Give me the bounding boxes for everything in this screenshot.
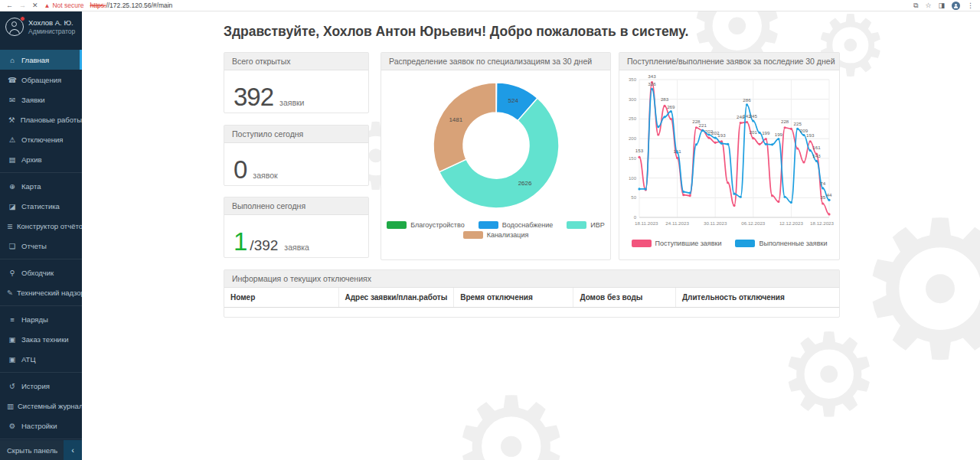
sidebar-item-statistics[interactable]: ◪Статистика	[0, 196, 82, 216]
not-secure-label[interactable]: Not secure	[52, 2, 83, 9]
data-point[interactable]	[676, 157, 678, 159]
data-point[interactable]	[777, 201, 779, 203]
sidebar-item-atc[interactable]: ▣АТЦ	[0, 349, 82, 369]
data-point[interactable]	[765, 143, 767, 145]
data-point[interactable]	[790, 128, 792, 130]
back-icon[interactable]: ←	[6, 2, 13, 9]
data-point[interactable]	[720, 142, 723, 145]
phone-icon: ☎	[7, 76, 18, 84]
data-point[interactable]	[695, 143, 697, 145]
data-point[interactable]	[727, 143, 729, 145]
data-point[interactable]	[676, 152, 678, 154]
data-point[interactable]	[777, 138, 779, 140]
share-icon[interactable]: ⧉	[913, 2, 918, 9]
data-point[interactable]	[822, 202, 824, 204]
data-point[interactable]	[689, 192, 691, 194]
data-point[interactable]	[638, 156, 640, 158]
data-point[interactable]	[701, 129, 704, 132]
data-point[interactable]	[638, 188, 640, 190]
data-point[interactable]	[765, 138, 767, 140]
data-point[interactable]	[746, 103, 748, 106]
data-point[interactable]	[733, 193, 735, 195]
data-point[interactable]	[714, 142, 717, 144]
legend-item[interactable]: Выполненные заявки	[735, 240, 827, 247]
stop-icon[interactable]: ✕	[32, 2, 38, 9]
data-point-label: 228	[781, 119, 789, 124]
data-point[interactable]	[695, 126, 697, 129]
data-point[interactable]	[796, 128, 799, 130]
legend-item[interactable]: Поступившие заявки	[632, 240, 722, 247]
data-point[interactable]	[752, 137, 754, 139]
data-point-label: 283	[661, 96, 669, 102]
sidebar-item-tech-supervision[interactable]: ✎Технический надзор	[0, 282, 82, 302]
data-point[interactable]	[657, 126, 659, 128]
side-panel-icon[interactable]: ◨	[938, 2, 945, 9]
data-point[interactable]	[815, 160, 818, 162]
data-point[interactable]	[740, 122, 742, 124]
data-point[interactable]	[663, 116, 665, 118]
sidebar-item-appeals[interactable]: ☎Обращения	[0, 70, 82, 90]
browser-menu-icon[interactable]: ⋮	[967, 2, 974, 9]
data-point[interactable]	[670, 110, 672, 113]
collapse-panel-button[interactable]: ‹	[64, 440, 82, 460]
data-point[interactable]	[670, 118, 672, 120]
data-point[interactable]	[771, 143, 773, 145]
sidebar-item-map[interactable]: ⊕Карта	[0, 176, 82, 196]
data-point[interactable]	[802, 161, 805, 163]
sidebar-item-planned-works[interactable]: ⚒Плановые работы	[0, 109, 82, 129]
legend-item[interactable]: Канализация	[463, 231, 529, 239]
sidebar-item-settings[interactable]: ⚙Настройки	[0, 416, 82, 436]
data-point[interactable]	[733, 204, 735, 207]
donut-slice-3[interactable]	[433, 83, 496, 172]
data-point[interactable]	[740, 196, 742, 198]
data-point[interactable]	[746, 121, 748, 123]
data-point-label: 202	[711, 130, 720, 135]
data-point[interactable]	[707, 133, 710, 135]
data-point[interactable]	[758, 143, 760, 145]
user-profile[interactable]: Хохлов А. Ю. Администратор	[0, 11, 82, 42]
data-point[interactable]	[707, 137, 710, 139]
sidebar-item-history[interactable]: ↺История	[0, 376, 82, 396]
data-point[interactable]	[796, 147, 799, 149]
data-point[interactable]	[802, 134, 805, 136]
sidebar-item-work-orders[interactable]: ≡Наряды	[0, 309, 82, 329]
data-point[interactable]	[784, 126, 786, 129]
data-point[interactable]	[809, 149, 812, 152]
sidebar-item-archive[interactable]: ▤Архив	[0, 149, 82, 169]
legend-item[interactable]: ИВР	[567, 221, 604, 229]
data-point[interactable]	[828, 199, 830, 201]
address-bar[interactable]: https://172.25.120.56/#/main	[90, 2, 913, 9]
data-point-label: 161	[812, 145, 821, 150]
data-point[interactable]	[682, 194, 684, 196]
data-point[interactable]	[651, 88, 653, 90]
sidebar-item-outages[interactable]: ⚠Отключения	[0, 129, 82, 149]
data-point[interactable]	[758, 132, 760, 134]
legend-item[interactable]: Благоустройство	[387, 221, 464, 229]
sidebar-item-walker[interactable]: ⚲Обходчик	[0, 263, 82, 282]
data-point[interactable]	[663, 105, 665, 107]
data-point[interactable]	[727, 181, 729, 184]
data-point[interactable]	[689, 194, 691, 197]
data-point[interactable]	[752, 119, 754, 122]
data-point[interactable]	[828, 213, 830, 215]
data-point[interactable]	[784, 196, 786, 198]
forward-icon[interactable]: →	[19, 2, 26, 9]
sidebar-item-label: Архив	[21, 155, 42, 164]
sidebar-item-equipment-order[interactable]: ▣Заказ техники	[0, 329, 82, 349]
sidebar-item-reports[interactable]: ❏Отчеты	[0, 236, 82, 256]
sidebar-item-report-builder[interactable]: ≣Конструктор отчётов	[0, 216, 82, 236]
sidebar-item-main[interactable]: ⌂Главная	[0, 50, 82, 70]
data-point[interactable]	[657, 133, 659, 135]
sidebar-item-requests[interactable]: ✉Заявки	[0, 90, 82, 109]
data-point[interactable]	[645, 188, 647, 190]
data-point[interactable]	[771, 194, 773, 197]
sidebar-item-system-log[interactable]: ▥Системный журнал	[0, 396, 82, 416]
data-point[interactable]	[682, 191, 684, 193]
legend-item[interactable]: Водоснабжение	[479, 221, 554, 229]
data-point[interactable]	[714, 137, 717, 139]
bookmark-star-icon[interactable]: ☆	[925, 2, 931, 9]
data-point[interactable]	[822, 187, 824, 189]
data-point[interactable]	[790, 201, 792, 204]
browser-profile-avatar[interactable]	[952, 2, 960, 10]
data-point[interactable]	[809, 140, 812, 142]
